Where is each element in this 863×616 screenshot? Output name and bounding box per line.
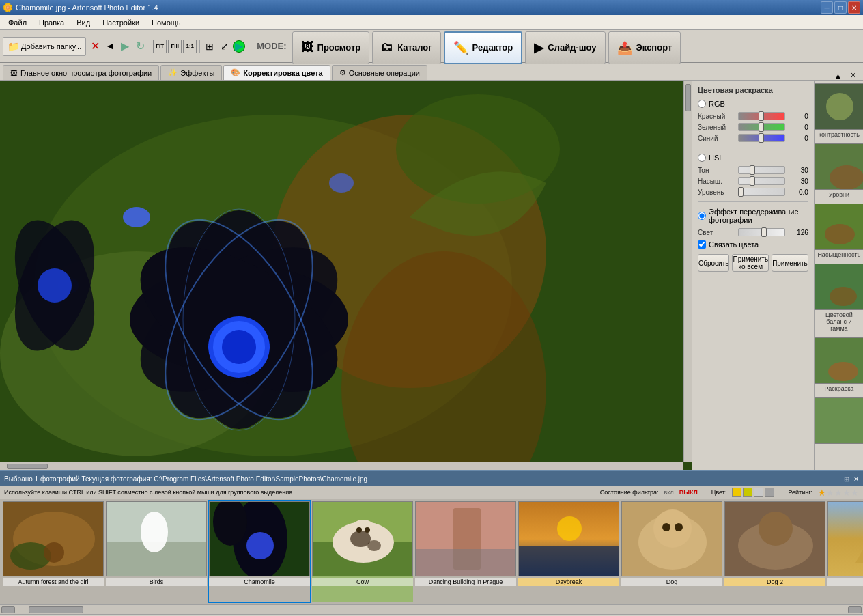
mode-view-button[interactable]: 🖼 Просмотр bbox=[292, 31, 370, 64]
back-toolbar-button[interactable]: ◀ bbox=[103, 40, 117, 53]
editor-icon: ✏️ bbox=[453, 40, 468, 55]
film-item-egypt[interactable]: Egypt bbox=[827, 501, 863, 602]
color-box-dark-grey[interactable] bbox=[765, 488, 774, 497]
menu-file[interactable]: Файл bbox=[3, 17, 32, 28]
hsl-label: HSL bbox=[709, 154, 723, 162]
film-item-chamomile[interactable]: Chamomile bbox=[209, 501, 310, 602]
menu-edit[interactable]: Правка bbox=[33, 17, 70, 28]
link-colors-checkbox[interactable] bbox=[698, 240, 706, 249]
green-slider[interactable] bbox=[738, 123, 785, 131]
mode-export-button[interactable]: 📤 Экспорт bbox=[608, 31, 681, 64]
tab-main-view[interactable]: 🖼 Главное окно просмотра фотографии bbox=[3, 65, 159, 80]
svg-point-71 bbox=[662, 523, 670, 531]
close-button[interactable]: ✕ bbox=[848, 1, 860, 14]
film-item-dog2[interactable]: Dog 2 bbox=[724, 501, 825, 602]
color-box-olive[interactable] bbox=[743, 488, 752, 497]
forward-toolbar-button[interactable]: ▶ bbox=[118, 40, 132, 53]
film-item-birds[interactable]: Birds bbox=[106, 501, 207, 602]
tab-color-correction[interactable]: 🎨 Корректировка цвета bbox=[223, 65, 330, 80]
view-icon: 🖼 bbox=[301, 40, 313, 55]
scroll-left-button[interactable] bbox=[1, 606, 15, 613]
expand-toolbar-button[interactable]: ⤢ bbox=[218, 40, 231, 53]
minimize-button[interactable]: ─ bbox=[821, 1, 833, 14]
thumb-item-coloring[interactable]: Раскраска bbox=[815, 335, 863, 395]
viewer-scrollbar-v[interactable] bbox=[683, 81, 692, 462]
red-slider-row: Красный 0 bbox=[698, 112, 808, 120]
film-close-button[interactable]: ✕ bbox=[853, 475, 859, 483]
svg-point-27 bbox=[826, 93, 853, 120]
hue-slider[interactable] bbox=[738, 166, 785, 174]
rgb-radio[interactable] bbox=[698, 100, 706, 108]
tab-effects[interactable]: ✨ Эффекты bbox=[160, 65, 222, 80]
fit-toolbar-button[interactable]: FIT bbox=[153, 40, 167, 53]
one2one-toolbar-button[interactable]: 1:1 bbox=[183, 40, 197, 53]
red-slider[interactable] bbox=[738, 112, 785, 120]
filter-label: Состояние фильтра: bbox=[600, 489, 659, 496]
star-2[interactable]: ★ bbox=[826, 488, 834, 498]
color-box-grey[interactable] bbox=[754, 488, 763, 497]
add-folder-button[interactable]: 📁 Добавить папку... bbox=[3, 37, 86, 56]
star-4[interactable]: ★ bbox=[843, 488, 851, 498]
svg-rect-67 bbox=[519, 546, 619, 576]
apply-button[interactable]: Применить bbox=[772, 254, 808, 272]
film-strip[interactable]: Autumn forest and the girl Birds Chamomi… bbox=[0, 499, 863, 604]
panel-close-button[interactable]: ✕ bbox=[846, 71, 860, 80]
photo-viewer[interactable] bbox=[0, 81, 692, 470]
film-strip-scrollbar[interactable] bbox=[0, 604, 863, 614]
mode-catalog-button[interactable]: 🗂 Каталог bbox=[372, 31, 440, 64]
thumbnail-sidebar: контрастность Уровни Насыщенность Цветов… bbox=[815, 81, 863, 470]
play-toolbar-button[interactable]: ▶ bbox=[233, 40, 245, 53]
thumb-label-contrast: контрастность bbox=[819, 131, 860, 138]
film-item-autumn[interactable]: Autumn forest and the girl bbox=[3, 501, 104, 602]
viewer-scrollbar-h[interactable] bbox=[0, 462, 683, 470]
hsl-radio[interactable] bbox=[698, 154, 706, 162]
star-5[interactable]: ★ bbox=[851, 488, 859, 498]
film-item-dog[interactable]: Dog bbox=[621, 501, 722, 602]
star-1[interactable]: ★ bbox=[818, 488, 826, 498]
divider-1 bbox=[698, 148, 808, 148]
menu-help[interactable]: Помощь bbox=[146, 17, 186, 28]
menu-settings[interactable]: Настройки bbox=[97, 17, 145, 28]
menu-view[interactable]: Вид bbox=[71, 17, 96, 28]
thumb-item-color-balance[interactable]: Цветовой баланс и гамма bbox=[815, 261, 863, 335]
thumb-item-levels[interactable]: Уровни bbox=[815, 141, 863, 201]
svg-point-18 bbox=[329, 173, 354, 193]
main-content: Цветовая раскраска RGB Красный 0 Зеленый bbox=[0, 81, 863, 470]
filter-on: вкл bbox=[664, 489, 674, 496]
panel-hide-button[interactable]: ▲ bbox=[830, 72, 846, 80]
apply-all-button[interactable]: Применить ко всем bbox=[732, 254, 769, 272]
light-label: Свет bbox=[698, 229, 735, 236]
tab-basic-ops[interactable]: ⚙ Основные операции bbox=[332, 65, 427, 80]
film-item-dancing-building[interactable]: Dancing Building in Prague bbox=[415, 501, 516, 602]
maximize-button[interactable]: □ bbox=[834, 1, 847, 14]
blue-value: 0 bbox=[788, 135, 808, 142]
green-label: Зеленый bbox=[698, 124, 735, 131]
filter-off: ВЫКЛ bbox=[679, 489, 698, 496]
mode-editor-button[interactable]: ✏️ Редактор bbox=[444, 31, 523, 64]
catalog-icon: 🗂 bbox=[381, 40, 393, 55]
film-scrollbar-thumb[interactable] bbox=[29, 606, 83, 613]
svg-point-30 bbox=[830, 165, 863, 190]
fill-toolbar-button[interactable]: Fill bbox=[168, 40, 182, 53]
sat-slider[interactable] bbox=[738, 177, 785, 185]
thumb-label-levels: Уровни bbox=[829, 191, 849, 198]
color-box-yellow[interactable] bbox=[732, 488, 741, 497]
grid-toolbar-button[interactable]: ⊞ bbox=[203, 40, 216, 53]
light-slider[interactable] bbox=[738, 228, 785, 236]
blue-slider[interactable] bbox=[738, 134, 785, 142]
scroll-right-button[interactable] bbox=[848, 606, 862, 613]
thumb-item-saturation[interactable]: Насыщенность bbox=[815, 201, 863, 261]
delete-toolbar-button[interactable]: ✕ bbox=[88, 40, 102, 53]
level-label: Уровень bbox=[698, 188, 735, 196]
level-slider[interactable] bbox=[738, 188, 785, 196]
thumb-item-contrast[interactable]: контрастность bbox=[815, 81, 863, 141]
reset-button[interactable]: Сбросить bbox=[698, 254, 729, 272]
film-dock-button[interactable]: ⊞ bbox=[844, 475, 849, 483]
film-item-cow[interactable]: Cow bbox=[312, 501, 413, 602]
star-3[interactable]: ★ bbox=[834, 488, 843, 498]
film-item-daybreak[interactable]: Daybreak bbox=[518, 501, 619, 602]
refresh-toolbar-button[interactable]: ↻ bbox=[133, 40, 147, 53]
overexpose-radio[interactable] bbox=[698, 212, 706, 220]
mode-slideshow-button[interactable]: ▶ Слайд-шоу bbox=[525, 31, 605, 64]
thumb-item-extra[interactable] bbox=[815, 395, 863, 447]
